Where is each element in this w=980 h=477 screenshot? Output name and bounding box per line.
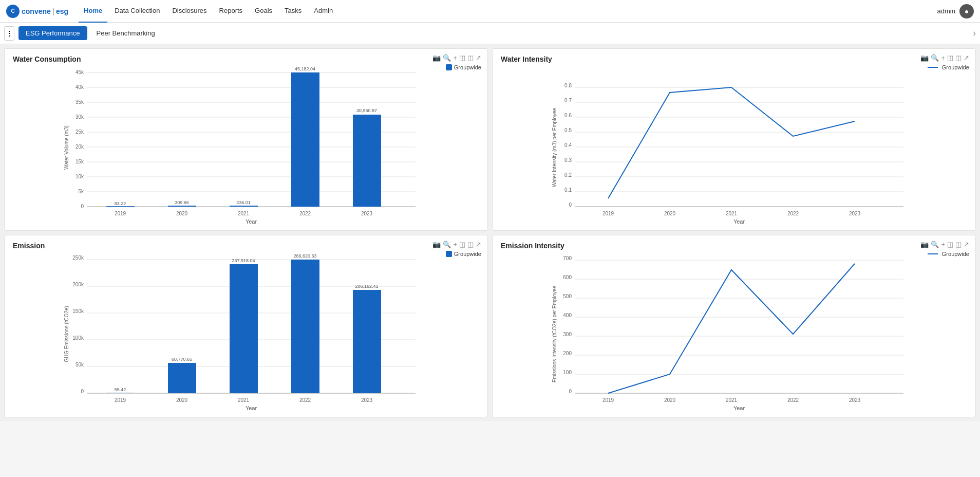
logo-separator: | [52,7,54,16]
tab-toggle-button[interactable]: ⋮ [4,26,14,41]
svg-text:Year: Year [246,405,257,411]
grid1-icon[interactable]: ◫ [459,241,465,248]
nav-goals[interactable]: Goals [250,0,277,23]
svg-text:266,620.63: 266,620.63 [293,253,316,259]
svg-rect-22 [106,206,135,207]
tab-peer-benchmarking[interactable]: Peer Benchmarking [89,26,162,40]
water-intensity-toolbar: 📷 🔍 + ◫ ◫ ↗ [920,54,969,62]
svg-text:100: 100 [563,370,572,375]
water-consumption-title: Water Consumption [13,55,479,63]
camera-icon[interactable]: 📷 [432,54,441,62]
grid2-icon[interactable]: ◫ [955,54,962,62]
svg-text:55.42: 55.42 [115,387,126,392]
svg-text:200: 200 [563,351,572,356]
water-intensity-card: Water Intensity 📷 🔍 + ◫ ◫ ↗ Groupwide Wa… [492,48,976,231]
logo-icon: C [6,5,20,18]
svg-text:206,162.41: 206,162.41 [355,284,378,289]
svg-text:2019: 2019 [115,211,126,216]
svg-text:309.66: 309.66 [175,200,189,205]
nav-home[interactable]: Home [79,0,107,23]
expand-icon[interactable]: ↗ [476,241,481,248]
nav-data-collection[interactable]: Data Collection [109,0,165,23]
svg-text:0.6: 0.6 [564,113,572,118]
svg-text:25k: 25k [76,129,84,135]
zoom-icon[interactable]: 🔍 [443,241,451,248]
svg-text:100k: 100k [72,335,84,341]
svg-text:2019: 2019 [602,397,614,403]
charts-grid: Water Consumption 📷 🔍 + ◫ ◫ ↗ Groupwide … [0,44,980,421]
tab-esg-performance[interactable]: ESG Performance [18,26,87,40]
legend-line [928,67,938,68]
svg-text:Water Intensity (m3) per Emplo: Water Intensity (m3) per Employee [552,108,557,188]
emission-title: Emission [13,242,479,250]
svg-text:2023: 2023 [849,397,861,403]
water-intensity-legend: Groupwide [928,64,969,70]
legend-label: Groupwide [942,251,969,257]
zoom-icon[interactable]: 🔍 [931,54,939,62]
svg-text:GHG Emissions (tCO2e): GHG Emissions (tCO2e) [64,306,69,362]
legend-label: Groupwide [454,251,481,257]
nav-disclosures[interactable]: Disclosures [167,0,212,23]
svg-text:30,960.87: 30,960.87 [356,108,377,113]
grid2-icon[interactable]: ◫ [467,54,474,62]
camera-icon[interactable]: 📷 [432,241,441,248]
svg-text:2021: 2021 [726,211,738,216]
water-intensity-title: Water Intensity [501,55,967,63]
zoom-icon[interactable]: 🔍 [931,241,939,248]
grid2-icon[interactable]: ◫ [467,241,474,248]
camera-icon[interactable]: 📷 [920,54,929,62]
emission-intensity-chart: Emissions Intensity (tCO2e) per Employee… [501,252,967,413]
svg-rect-25 [168,206,196,207]
svg-text:10k: 10k [76,174,84,179]
plus-icon[interactable]: + [941,241,945,248]
svg-text:500: 500 [563,293,572,299]
svg-text:0.8: 0.8 [564,83,572,88]
expand-icon[interactable]: ↗ [964,54,969,62]
svg-text:0.7: 0.7 [564,98,572,103]
svg-text:2019: 2019 [115,397,126,403]
svg-text:250k: 250k [72,255,84,261]
svg-text:2022: 2022 [299,397,311,403]
tab-bar: ⋮ ESG Performance Peer Benchmarking › [0,23,980,44]
logo-text: convene [22,7,51,15]
svg-text:0: 0 [81,204,84,209]
nav-tasks[interactable]: Tasks [279,0,307,23]
svg-text:2023: 2023 [361,211,373,216]
expand-icon[interactable]: ↗ [964,241,969,248]
grid2-icon[interactable]: ◫ [955,241,962,248]
sidebar-expand-icon[interactable]: › [973,28,976,39]
water-intensity-chart: Water Intensity (m3) per Employee 0 0.1 … [501,65,967,226]
svg-text:2020: 2020 [176,397,188,403]
avatar[interactable]: ● [959,4,974,19]
nav-admin[interactable]: Admin [309,0,338,23]
svg-text:Water Volume (m3): Water Volume (m3) [64,125,69,170]
svg-text:700: 700 [563,255,572,261]
grid1-icon[interactable]: ◫ [947,54,953,62]
svg-text:2023: 2023 [849,211,861,216]
svg-text:300: 300 [563,332,572,337]
nav-reports[interactable]: Reports [214,0,248,23]
emission-intensity-title: Emission Intensity [501,242,967,250]
svg-text:0.3: 0.3 [564,157,572,163]
legend-color [446,64,452,70]
svg-text:0.1: 0.1 [564,187,572,193]
grid1-icon[interactable]: ◫ [947,241,953,248]
svg-text:45,182.04: 45,182.04 [295,66,315,71]
emission-intensity-toolbar: 📷 🔍 + ◫ ◫ ↗ [920,241,969,248]
svg-text:400: 400 [563,313,572,318]
svg-text:2021: 2021 [238,211,250,216]
svg-text:0: 0 [569,202,572,208]
zoom-icon[interactable]: 🔍 [443,54,451,62]
svg-text:Year: Year [733,405,745,411]
plus-icon[interactable]: + [453,54,457,62]
plus-icon[interactable]: + [453,241,457,248]
plus-icon[interactable]: + [941,54,945,62]
expand-icon[interactable]: ↗ [476,54,481,62]
svg-text:0.2: 0.2 [564,172,572,178]
svg-text:0: 0 [81,389,84,394]
navbar: C convene | esg Home Data Collection Dis… [0,0,980,23]
grid1-icon[interactable]: ◫ [459,54,465,62]
water-consumption-toolbar: 📷 🔍 + ◫ ◫ ↗ [432,54,481,62]
camera-icon[interactable]: 📷 [920,241,929,248]
svg-text:236.01: 236.01 [236,200,251,205]
